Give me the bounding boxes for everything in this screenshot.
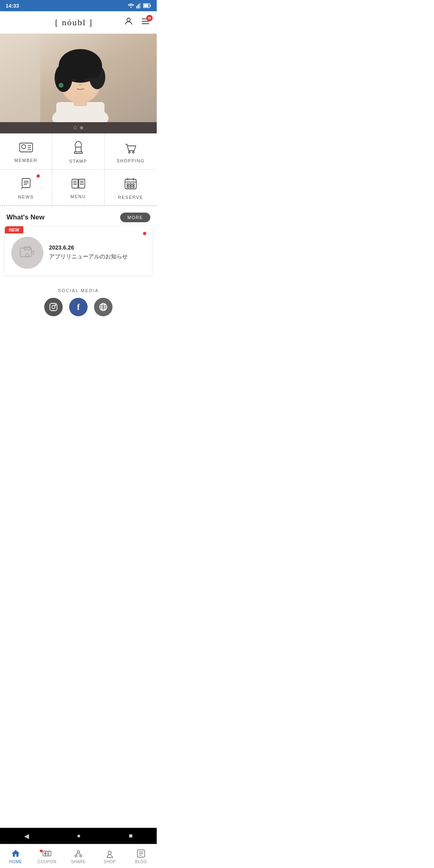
- svg-point-64: [55, 305, 56, 305]
- member-label: MEMBER: [14, 158, 37, 163]
- reserve-label: RESERVE: [118, 195, 143, 200]
- status-bar: 14:33: [0, 0, 157, 11]
- social-title: SOCIAL MEDIA: [0, 288, 157, 293]
- grid-item-news[interactable]: NEWS: [0, 170, 52, 206]
- svg-rect-0: [136, 6, 137, 8]
- grid-item-member[interactable]: MEMBER: [0, 133, 52, 170]
- svg-point-25: [22, 145, 26, 149]
- grid-item-menu[interactable]: MENU: [52, 170, 104, 206]
- battery-icon: [143, 3, 151, 8]
- svg-rect-37: [79, 179, 85, 188]
- svg-point-31: [129, 151, 130, 153]
- grid-item-stamp[interactable]: STAMP: [52, 133, 104, 170]
- news-unread-dot: [143, 232, 146, 235]
- news-text: アプリリニューアルのお知らせ: [49, 253, 145, 260]
- stamp-icon: [72, 141, 85, 156]
- svg-rect-30: [74, 152, 82, 154]
- svg-rect-55: [133, 186, 134, 188]
- hero-banner: [0, 34, 157, 122]
- grid-item-shopping[interactable]: SHOPPING: [104, 133, 157, 170]
- web-icon[interactable]: [94, 298, 113, 316]
- svg-rect-1: [137, 5, 138, 8]
- grid-menu: MEMBER STAMP SHOPPING: [0, 133, 157, 206]
- carousel-indicator: [0, 122, 157, 133]
- reserve-icon: [124, 177, 137, 192]
- news-label: NEWS: [18, 194, 34, 199]
- svg-rect-20: [59, 58, 101, 78]
- user-icon[interactable]: [124, 16, 133, 29]
- whats-new-title: What's New: [6, 213, 45, 221]
- dot-2[interactable]: [80, 126, 83, 129]
- news-date: 2023.6.26: [49, 244, 145, 251]
- app-logo: [ nóubl ]: [55, 17, 93, 28]
- member-icon: [19, 141, 33, 156]
- svg-rect-3: [140, 3, 141, 8]
- signal-icon: [136, 3, 141, 8]
- news-thumbnail: [11, 237, 43, 269]
- svg-rect-29: [76, 147, 81, 152]
- social-icons: f: [0, 298, 157, 316]
- time-display: 14:33: [6, 3, 19, 9]
- svg-rect-53: [127, 186, 129, 188]
- status-icons: [128, 3, 151, 8]
- dot-1[interactable]: [74, 126, 77, 129]
- header: [ nóubl ] N: [0, 11, 157, 34]
- shopping-label: SHOPPING: [117, 158, 145, 163]
- svg-rect-52: [133, 184, 134, 185]
- svg-point-7: [127, 18, 130, 21]
- svg-rect-54: [130, 186, 131, 188]
- news-content: 2023.6.26 アプリリニューアルのお知らせ: [49, 241, 145, 260]
- svg-point-32: [133, 151, 134, 153]
- menu-book-icon: [71, 178, 86, 192]
- social-section: SOCIAL MEDIA f: [0, 282, 157, 320]
- svg-rect-2: [139, 4, 139, 8]
- grid-item-reserve[interactable]: RESERVE: [104, 170, 157, 206]
- svg-rect-12: [0, 34, 40, 122]
- header-icons: N: [124, 16, 150, 29]
- notification-badge: N: [146, 15, 153, 21]
- svg-point-57: [26, 254, 29, 257]
- wifi-icon: [128, 3, 134, 8]
- new-badge: NEW: [5, 226, 23, 233]
- menu-label: MENU: [70, 194, 86, 199]
- shopping-icon: [124, 141, 137, 156]
- svg-point-63: [52, 305, 55, 309]
- stamp-label: STAMP: [69, 159, 87, 164]
- news-card[interactable]: NEW 2023.6.26 アプリリニューアルのお知らせ: [5, 226, 152, 275]
- whats-new-header: What's New MORE: [0, 206, 157, 226]
- facebook-icon[interactable]: f: [69, 298, 88, 316]
- svg-rect-6: [144, 4, 149, 7]
- news-dot: [37, 174, 40, 178]
- more-button[interactable]: MORE: [120, 213, 150, 222]
- svg-rect-51: [130, 184, 131, 185]
- instagram-icon[interactable]: [44, 298, 63, 316]
- svg-rect-50: [127, 184, 129, 185]
- menu-icon[interactable]: N: [141, 16, 150, 29]
- svg-rect-36: [72, 179, 78, 188]
- svg-point-23: [59, 83, 63, 88]
- news-icon: [20, 177, 33, 192]
- hero-image: [0, 34, 157, 122]
- svg-rect-5: [150, 5, 151, 6]
- svg-point-21: [71, 78, 77, 82]
